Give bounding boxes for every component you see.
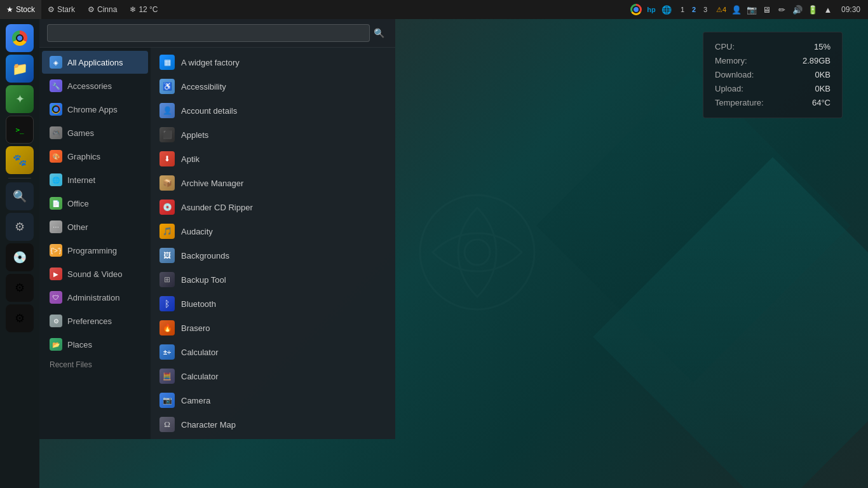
temp-row: Temperature: 64°C — [715, 96, 831, 110]
notification-icon[interactable]: ⚠4 — [714, 3, 728, 17]
category-games[interactable]: 🎮 Games — [42, 121, 148, 144]
category-all-label: All Applications — [67, 58, 123, 67]
category-programming[interactable]: {'>'} Programming — [42, 239, 148, 262]
category-prefs-label: Preferences — [67, 316, 112, 326]
app-item-camera[interactable]: 📷 Camera — [151, 388, 395, 412]
app-item-applets[interactable]: ⬛ Applets — [151, 123, 395, 147]
taskbar-icon-search[interactable]: 🔍 — [6, 182, 34, 210]
upload-label: Upload: — [715, 82, 743, 96]
app-item-backgrounds[interactable]: 🖼 Backgrounds — [151, 243, 395, 268]
app-item-backup-tool[interactable]: ⊞ Backup Tool — [151, 268, 395, 292]
app-name-audacity: Audacity — [181, 227, 213, 236]
app-icon-backgrounds: 🖼 — [159, 248, 175, 263]
panel-left: ★ Stock ⚙ Stark ⚙ Cinna ❄ 12 °C — [0, 0, 165, 19]
category-places[interactable]: 📂 Places — [42, 333, 148, 356]
cat-admin-icon: 🛡 — [50, 291, 62, 304]
category-accessories[interactable]: 🔧 Accessories — [42, 74, 148, 97]
app-item-widget-factory[interactable]: ▦ A widget factory — [151, 50, 395, 74]
cat-games-icon: 🎮 — [50, 126, 62, 139]
workspace-3[interactable]: 3 — [700, 4, 710, 15]
taskbar-separator-1 — [8, 178, 31, 179]
panel-menu-stock[interactable]: ★ Stock — [0, 0, 41, 19]
cat-programming-icon: {'>'} — [50, 244, 62, 257]
app-icon-archive: 📦 — [159, 175, 175, 191]
category-other[interactable]: ⋯ Other — [42, 215, 148, 238]
taskbar-icon-mint[interactable]: ✦ — [6, 85, 34, 113]
chevron-up-icon[interactable]: ▲ — [821, 3, 835, 17]
app-name-calculator1: Calculator — [181, 348, 219, 357]
memory-value: 2.89GB — [803, 54, 831, 68]
app-item-account-details[interactable]: 👤 Account details — [151, 98, 395, 123]
app-name-account-details: Account details — [181, 106, 237, 116]
category-admin-label: Administration — [67, 293, 119, 302]
app-name-calculator2: Calculator — [181, 372, 219, 381]
cat-all-icon: ◈ — [50, 56, 62, 69]
app-item-audacity[interactable]: 🎵 Audacity — [151, 219, 395, 243]
app-name-backup-tool: Backup Tool — [181, 275, 226, 285]
app-item-archive-manager[interactable]: 📦 Archive Manager — [151, 171, 395, 195]
display-icon[interactable]: 🖥 — [760, 3, 774, 17]
panel-menu-cinna[interactable]: ⚙ Cinna — [81, 0, 123, 19]
cat-graphics-icon: 🎨 — [50, 150, 62, 163]
volume-icon[interactable]: 🔊 — [790, 3, 804, 17]
temp-value: 64°C — [812, 96, 831, 110]
taskbar-icon-dark2[interactable]: ⚙ — [6, 274, 34, 302]
clock-display: 09:30 — [836, 5, 865, 14]
menu-body: ◈ All Applications 🔧 Accessories Chrome … — [39, 48, 395, 439]
globe-icon[interactable]: 🌐 — [660, 3, 674, 17]
cat-prefs-icon: ⚙ — [50, 315, 62, 327]
taskbar-icon-files[interactable]: 📁 — [6, 55, 34, 83]
app-icon-asunder: 💿 — [159, 200, 175, 215]
hp-icon[interactable]: hp — [644, 3, 658, 17]
camera-panel-icon[interactable]: 📷 — [745, 3, 759, 17]
workspace-2[interactable]: 2 — [689, 4, 699, 15]
category-all[interactable]: ◈ All Applications — [42, 51, 148, 74]
taskbar-icon-gimp[interactable]: 🐾 — [6, 146, 34, 174]
chrome-panel-icon[interactable] — [629, 3, 643, 17]
search-button[interactable]: 🔍 — [370, 24, 388, 42]
download-row: Download: 0KB — [715, 68, 831, 82]
recent-files-label[interactable]: Recent Files — [39, 356, 151, 372]
taskbar-icon-dark3[interactable]: ⚙ — [6, 304, 34, 332]
category-chrome[interactable]: Chrome Apps — [42, 98, 148, 121]
app-item-brasero[interactable]: 🔥 Brasero — [151, 316, 395, 340]
app-item-character-map[interactable]: Ω Character Map — [151, 412, 395, 437]
taskbar-icon-terminal[interactable]: >_ — [6, 116, 34, 144]
category-prefs[interactable]: ⚙ Preferences — [42, 309, 148, 332]
stark-gear-icon: ⚙ — [48, 5, 55, 14]
battery-icon[interactable]: 🔋 — [806, 3, 820, 17]
category-sound[interactable]: ▶ Sound & Video — [42, 262, 148, 285]
svg-point-0 — [420, 195, 534, 309]
chrome-circle-icon — [630, 4, 642, 15]
app-name-applets: Applets — [181, 130, 208, 140]
upload-value: 0KB — [815, 82, 831, 96]
category-admin[interactable]: 🛡 Administration — [42, 286, 148, 309]
category-office[interactable]: 📄 Office — [42, 192, 148, 215]
config-icon: ⚙ — [15, 311, 25, 325]
taskbar-icon-chrome[interactable] — [6, 24, 34, 52]
taskbar-icon-dark1[interactable]: 💿 — [6, 243, 34, 271]
app-icon-aptik: ⬇ — [159, 151, 175, 166]
app-icon-account: 👤 — [159, 103, 175, 118]
apps-list: ▦ A widget factory ♿ Accessibility 👤 Acc… — [151, 48, 395, 439]
workspace-1[interactable]: 1 — [677, 4, 688, 15]
category-list: ◈ All Applications 🔧 Accessories Chrome … — [39, 48, 151, 439]
category-graphics[interactable]: 🎨 Graphics — [42, 145, 148, 168]
panel-menu-stark[interactable]: ⚙ Stark — [41, 0, 81, 19]
category-internet[interactable]: 🌐 Internet — [42, 168, 148, 191]
app-item-aptik[interactable]: ⬇ Aptik — [151, 147, 395, 171]
app-item-calculator1[interactable]: ±÷ Calculator — [151, 340, 395, 364]
app-item-asunder[interactable]: 💿 Asunder CD Ripper — [151, 195, 395, 219]
taskbar-icon-settings1[interactable]: ⚙ — [6, 213, 34, 241]
app-item-bluetooth[interactable]: ᛒ Bluetooth — [151, 292, 395, 316]
app-item-accessibility[interactable]: ♿ Accessibility — [151, 74, 395, 98]
gimp-icon: 🐾 — [13, 153, 27, 167]
taskbar: 📁 ✦ >_ 🐾 🔍 ⚙ 💿 ⚙ ⚙ — [0, 19, 39, 488]
app-item-calculator2[interactable]: 🧮 Calculator — [151, 364, 395, 388]
panel-menu-weather[interactable]: ❄ 12 °C — [123, 0, 164, 19]
search-input[interactable] — [47, 24, 370, 42]
user-icon[interactable]: 👤 — [729, 3, 743, 17]
search-taskbar-icon: 🔍 — [13, 189, 27, 203]
pen-icon[interactable]: ✏ — [775, 3, 789, 17]
download-value: 0KB — [815, 68, 831, 82]
